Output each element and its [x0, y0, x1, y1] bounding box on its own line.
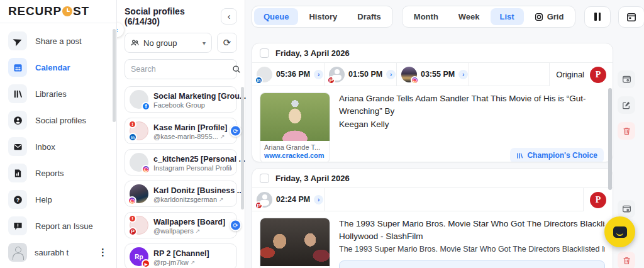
toolbar: Queue History Drafts Month Week List Gri… — [252, 6, 638, 28]
date-picker-button[interactable] — [618, 6, 644, 28]
profile-card-rp-2[interactable]: Rp▶ RP 2 [Channel]@rp-jm7kw↗ — [125, 243, 237, 268]
toolbar-buttons — [584, 6, 644, 28]
user-avatar — [8, 243, 27, 262]
slot-avatar — [401, 67, 417, 82]
post-thumbnail-card[interactable]: Ariana Grande T... www.cracked.com — [260, 92, 330, 162]
social-profiles-panel: ‹ Social profiles (6/14/30) ‹ No group ▾… — [117, 0, 245, 268]
profile-name: Karl Donitz [Business ... — [153, 186, 243, 195]
app-logo[interactable]: RECURPST — [0, 0, 116, 23]
blog-booster-badge[interactable]: Blog Booster — [531, 265, 587, 268]
time-slot-pinterest[interactable]: P 01:50 PM › — [325, 63, 397, 86]
preview-post-button[interactable] — [618, 70, 635, 88]
queue-card-1: Friday, 3 April 2026 in 05:36 PM › P 01:… — [252, 43, 613, 162]
sidebar-item-label: Calendar — [35, 63, 70, 72]
profile-card-wallpapers[interactable]: !P Wallpapers [Board]@wallpapers↗ ⟳ — [125, 212, 237, 238]
queue-card-2: Friday, 3 April 2026 P 02:24 PM › P The … — [252, 168, 613, 268]
sidebar-item-inbox[interactable]: Inbox — [8, 137, 116, 156]
tab-grid-label: Grid — [547, 12, 564, 21]
delete-post-button[interactable] — [618, 252, 635, 268]
tab-drafts[interactable]: Drafts — [348, 8, 391, 25]
chevron-right-icon[interactable]: › — [386, 70, 396, 79]
pinterest-icon: P — [128, 227, 137, 236]
report-doc-icon — [8, 164, 27, 182]
slot-avatar: in — [257, 67, 272, 82]
warning-icon: ! — [128, 120, 136, 128]
group-dropdown[interactable]: No group ▾ — [125, 33, 212, 53]
post-link-box[interactable]: Link: https://www.slashfilm.com/2138003/… — [339, 260, 605, 268]
sidebar-scrollbar[interactable] — [113, 29, 116, 122]
post-thumbnail-image — [260, 93, 330, 141]
refresh-profiles-button[interactable]: ⟳ — [217, 33, 237, 53]
post-title-line2: Hollywood - SlashFilm — [339, 230, 605, 243]
sync-badge-icon[interactable]: ⟳ — [230, 220, 242, 232]
external-link-icon[interactable]: ↗ — [220, 133, 225, 140]
thumbnail-link[interactable]: www.cracked.com — [260, 152, 330, 162]
sidebar-item-reports[interactable]: Reports — [8, 164, 116, 182]
tab-queue[interactable]: Queue — [254, 8, 298, 25]
profile-subtitle: @wallpapers — [153, 227, 194, 235]
tab-month[interactable]: Month — [404, 8, 448, 25]
edit-post-button[interactable] — [618, 96, 635, 114]
tab-grid[interactable]: Grid — [525, 8, 574, 25]
search-input[interactable] — [131, 65, 232, 74]
external-link-icon[interactable]: ↗ — [219, 196, 224, 203]
post-link-text[interactable]: Link: https://www.slashfilm.com/2138003/… — [345, 265, 526, 268]
collapse-profiles-button[interactable]: ‹ — [221, 8, 237, 25]
main-scrollbar[interactable] — [608, 88, 612, 190]
external-link-icon[interactable]: ↗ — [196, 228, 201, 234]
sidebar-item-label: Share a post — [35, 36, 82, 46]
sidebar-item-label: Reports — [35, 169, 64, 178]
warning-icon: ! — [128, 215, 136, 223]
user-menu[interactable]: saurabh t ⋮ — [0, 243, 116, 262]
envelope-icon — [8, 137, 27, 156]
profile-card-social-marketing[interactable]: f Social Marketing [Grou...Facebook Grou… — [125, 86, 237, 113]
pinterest-icon[interactable]: P — [590, 67, 606, 83]
sidebar-item-help[interactable]: ? Help — [8, 190, 116, 209]
sidebar-item-social-profiles[interactable]: Social profiles — [8, 111, 116, 130]
delete-post-button[interactable] — [618, 122, 635, 140]
profile-avatar: Rp▶ — [130, 247, 148, 266]
view-tab-group: Month Week List Grid — [402, 6, 576, 28]
sync-badge-icon[interactable]: ⟳ — [230, 125, 242, 137]
profiles-scrollbar[interactable] — [241, 87, 244, 209]
date-checkbox[interactable] — [260, 174, 269, 183]
date-checkbox[interactable] — [260, 48, 269, 58]
sidebar-item-calendar[interactable]: Calendar — [8, 58, 116, 77]
chevron-right-icon[interactable]: › — [314, 195, 323, 204]
external-link-icon[interactable]: ↗ — [191, 259, 196, 265]
chat-launcher[interactable] — [604, 216, 635, 247]
pinterest-icon[interactable]: P — [590, 192, 606, 208]
pause-queue-button[interactable] — [584, 6, 611, 28]
post-link-tail: re — [592, 265, 599, 268]
send-icon — [8, 31, 27, 50]
profile-card-c-kitchen25[interactable]: c_kitchen25 [Personal ...Instagram Perso… — [125, 149, 237, 176]
sidebar-item-report-an-issue[interactable]: Report an Issue — [8, 216, 116, 235]
time-slot-pinterest[interactable]: P 02:24 PM › — [252, 188, 325, 211]
channel-tab-original[interactable]: Original P — [550, 63, 613, 86]
grid-camera-icon — [535, 13, 543, 21]
time-slots-row: P 02:24 PM › P — [252, 188, 613, 211]
chevron-right-icon[interactable]: › — [314, 70, 323, 79]
tab-history[interactable]: History — [299, 8, 347, 25]
sidebar-item-libraries[interactable]: Libraries — [8, 84, 116, 103]
user-more-icon[interactable]: ⋮ — [98, 247, 108, 258]
slot-time: 05:36 PM — [276, 70, 310, 79]
champions-choice-badge[interactable]: Champion's Choice — [510, 148, 604, 162]
channel-tab[interactable]: P — [584, 188, 613, 211]
time-slots-row: in 05:36 PM › P 01:50 PM › 03:55 PM › Or… — [252, 63, 613, 86]
post-thumbnail-card[interactable]: The 1993 Super... — [260, 218, 330, 268]
sidebar-item-label: Help — [35, 195, 52, 204]
profile-avatar: !in — [130, 121, 148, 140]
sidebar: RECURPST Share a post Calendar Libraries… — [0, 0, 117, 268]
sidebar-item-share-a-post[interactable]: Share a post — [8, 31, 116, 50]
post-title: Ariana Grande Tells Adam Sandler That Th… — [339, 94, 586, 116]
tab-week[interactable]: Week — [449, 8, 489, 25]
facebook-icon: f — [142, 102, 150, 111]
time-slot-instagram[interactable]: 03:55 PM › — [397, 63, 469, 86]
chevron-right-icon[interactable]: › — [458, 70, 468, 79]
preview-post-button[interactable] — [618, 200, 635, 218]
profile-card-karl-donitz[interactable]: Karl Donitz [Business ...@karldonitzsger… — [125, 181, 237, 207]
time-slot-linkedin[interactable]: in 05:36 PM › — [252, 63, 325, 86]
profile-card-kase-marin[interactable]: !in Kase Marin [Profile]@kase-marin-8955… — [125, 118, 237, 144]
tab-list[interactable]: List — [491, 8, 524, 25]
